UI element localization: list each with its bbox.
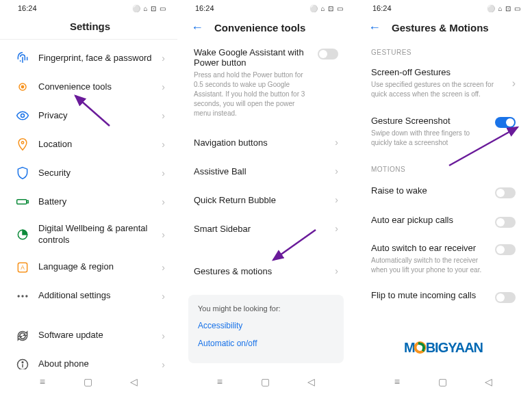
svg-point-11 <box>25 295 27 297</box>
status-time: 16:24 <box>372 4 392 12</box>
nav-bar: ≡ ▢ ◁ <box>0 369 177 394</box>
toggle-switch[interactable] <box>495 244 516 255</box>
row-desc: Use specified gestures on the screen for… <box>371 80 507 99</box>
row-battery[interactable]: Battery › <box>3 187 175 216</box>
row-title: Auto switch to ear receiver <box>371 243 490 253</box>
chevron-right-icon: › <box>335 223 338 234</box>
row-label: Gestures & motions <box>194 266 272 276</box>
row-screen-off-gestures[interactable]: Screen-off Gestures Use specified gestur… <box>357 60 529 109</box>
nav-back-icon[interactable]: ◁ <box>307 376 315 387</box>
battery-icon <box>15 194 30 209</box>
section-motions: MOTIONS <box>357 157 529 177</box>
row-label: Navigation buttons <box>194 137 268 148</box>
row-language[interactable]: A Language & region › <box>3 253 175 282</box>
chevron-right-icon: › <box>162 110 165 121</box>
row-gesture-screenshot[interactable]: Gesture Screenshot Swipe down with three… <box>357 109 529 157</box>
row-auto-switch-ear[interactable]: Auto switch to ear receiver Automaticall… <box>357 236 529 282</box>
chevron-right-icon: › <box>335 137 338 148</box>
chevron-right-icon: › <box>512 77 516 90</box>
content: Wake Google Assistant with Power button … <box>177 40 355 369</box>
row-raise-to-wake[interactable]: Raise to wake <box>357 177 529 207</box>
row-title: Auto ear pickup calls <box>371 215 490 225</box>
row-label: Assistive Ball <box>194 166 246 176</box>
row-digital-wellbeing[interactable]: Digital Wellbeing & parental controls › <box>3 216 175 253</box>
page-title: Gestures & Motions <box>392 22 489 34</box>
row-title: Wake Google Assistant with Power button <box>194 47 312 68</box>
chevron-right-icon: › <box>162 139 165 150</box>
row-desc: Swipe down with three fingers to quickly… <box>371 129 490 148</box>
back-icon[interactable]: ← <box>191 21 203 35</box>
row-smart-sidebar[interactable]: Smart Sidebar› <box>180 214 352 243</box>
row-title: Gesture Screenshot <box>371 116 490 126</box>
chevron-right-icon: › <box>162 330 165 341</box>
row-fingerprint[interactable]: Fingerprint, face & password › <box>3 44 175 73</box>
privacy-icon <box>15 108 30 123</box>
chevron-right-icon: › <box>162 359 165 369</box>
row-gestures-motions[interactable]: Gestures & motions› <box>180 257 352 285</box>
nav-recents-icon[interactable]: ≡ <box>394 376 400 387</box>
row-label: Security <box>38 168 162 179</box>
nav-home-icon[interactable]: ▢ <box>84 376 92 387</box>
row-label: Digital Wellbeing & parental controls <box>38 223 162 246</box>
svg-point-2 <box>21 114 25 118</box>
chevron-right-icon: › <box>162 81 165 92</box>
status-bar: 16:24 ⚪ ⌂ ⊡ ▭ <box>355 0 532 14</box>
svg-point-10 <box>21 295 23 297</box>
dots-icon <box>15 289 30 304</box>
row-flip-mute[interactable]: Flip to mute incoming calls <box>357 282 529 311</box>
row-about-phone[interactable]: About phone › <box>3 350 175 369</box>
suggest-link-accessibility[interactable]: Accessibility <box>198 321 334 330</box>
toggle-switch[interactable] <box>318 49 338 60</box>
chevron-right-icon: › <box>335 166 338 176</box>
chevron-right-icon: › <box>162 262 165 273</box>
chevron-right-icon: › <box>162 229 165 240</box>
row-quick-return-bubble[interactable]: Quick Return Bubble› <box>180 185 352 214</box>
row-desc: Press and hold the Power button for 0.5 … <box>194 70 312 118</box>
shield-icon <box>15 166 30 181</box>
chevron-right-icon: › <box>162 168 165 179</box>
location-icon <box>15 137 30 152</box>
nav-home-icon[interactable]: ▢ <box>438 376 447 387</box>
header: ← Gestures & Motions <box>355 14 532 40</box>
header: Settings <box>0 14 177 38</box>
row-title: Raise to wake <box>371 185 490 196</box>
wake-assistant-row[interactable]: Wake Google Assistant with Power button … <box>180 40 352 128</box>
chevron-right-icon: › <box>162 291 165 302</box>
svg-point-9 <box>18 295 20 297</box>
nav-recents-icon[interactable]: ≡ <box>40 376 45 387</box>
status-icons: ⚪ ⌂ ⊡ ▭ <box>309 5 344 12</box>
back-icon[interactable]: ← <box>368 21 381 35</box>
nav-home-icon[interactable]: ▢ <box>261 376 270 387</box>
toggle-switch[interactable] <box>495 117 516 128</box>
suggest-link-automatic[interactable]: Automatic on/off <box>198 339 334 348</box>
chevron-right-icon: › <box>162 53 165 64</box>
svg-rect-5 <box>27 200 29 202</box>
toggle-switch[interactable] <box>495 292 516 303</box>
row-security[interactable]: Security › <box>3 159 175 187</box>
info-icon <box>15 357 30 369</box>
row-convenience-tools[interactable]: Convenience tools › <box>3 73 175 101</box>
svg-rect-4 <box>17 200 27 205</box>
nav-back-icon[interactable]: ◁ <box>130 376 138 387</box>
chevron-right-icon: › <box>335 194 338 205</box>
suggestion-box: You might be looking for: Accessibility … <box>188 295 344 363</box>
toggle-switch[interactable] <box>495 187 516 198</box>
row-software-update[interactable]: Software update › <box>3 321 175 350</box>
screen-settings: 16:24 ⚪ ⌂ ⊡ ▭ Settings Fingerprint, face… <box>0 0 177 394</box>
page-title: Convenience tools <box>214 22 305 34</box>
row-auto-ear-pickup[interactable]: Auto ear pickup calls <box>357 207 529 236</box>
screen-gestures-motions: 16:24 ⚪ ⌂ ⊡ ▭ ← Gestures & Motions GESTU… <box>355 0 532 394</box>
row-label: Location <box>38 139 162 150</box>
row-privacy[interactable]: Privacy › <box>3 101 175 130</box>
header: ← Convenience tools <box>177 14 355 40</box>
row-assistive-ball[interactable]: Assistive Ball› <box>180 157 352 185</box>
row-additional-settings[interactable]: Additional settings › <box>3 282 175 311</box>
row-desc: Automatically switch to the receiver whe… <box>371 256 490 275</box>
toggle-switch[interactable] <box>495 217 516 228</box>
nav-recents-icon[interactable]: ≡ <box>217 376 223 387</box>
row-navigation-buttons[interactable]: Navigation buttons› <box>180 128 352 157</box>
nav-back-icon[interactable]: ◁ <box>485 376 492 387</box>
row-location[interactable]: Location › <box>3 130 175 159</box>
svg-point-1 <box>21 86 23 88</box>
row-label: Additional settings <box>38 290 162 302</box>
